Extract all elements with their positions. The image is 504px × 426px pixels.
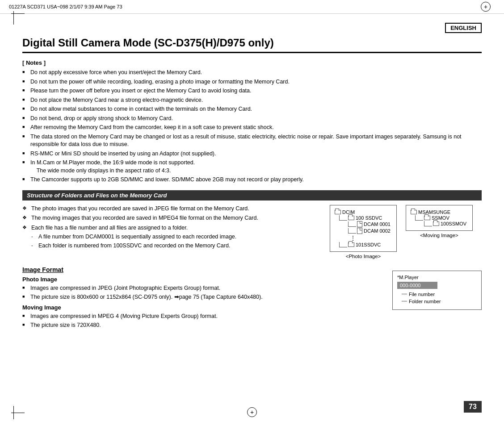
notes-header: [ Notes ] [22, 59, 482, 66]
tree-line-1 [339, 215, 347, 221]
folder-icon-ssmov [424, 216, 430, 220]
structure-item-3: Each file has a file number and all file… [22, 224, 321, 250]
mplayer-number: 000-0000 [397, 282, 437, 289]
folder-icon-100ssmov [433, 221, 439, 226]
tree-line-2 [339, 242, 347, 247]
photo-root: DCIM [335, 209, 392, 215]
image-format-left: Image Format Photo Image Images are comp… [22, 266, 383, 332]
page-number-badge: 73 [464, 401, 482, 413]
image-format-right: *M.Player 000-0000 File number Folder nu… [392, 266, 482, 332]
mplayer-box: *M.Player 000-0000 File number Folder nu… [392, 271, 482, 310]
mplayer-title: *M.Player [397, 275, 477, 280]
file-icon-dcam0001 [357, 221, 362, 227]
tree-line-m1 [415, 215, 423, 221]
mplayer-label-1: File number [409, 292, 435, 297]
sub-item-2: Each folder is numbered from 100SSDVC an… [31, 242, 321, 250]
photo-image-list: Images are compressed in JPEG (Joint Pho… [22, 284, 383, 301]
note-item-6: Do not bend, drop or apply strong shock … [22, 115, 482, 123]
moving-sub-children: 100SSMOV [424, 221, 468, 226]
moving-root: MSAMSUNGE [411, 209, 468, 215]
photo-sub-2: DCAM 0002 [348, 228, 392, 234]
moving-root-label: MSAMSUNGE [418, 209, 450, 215]
photo-diagram: DCIM 100 SSDVC [330, 205, 397, 252]
folder-icon-100ssdvc [348, 216, 354, 220]
dots-label: ⋮ [350, 234, 356, 242]
photo-child-2: 101SSDVC [339, 242, 392, 247]
moving-child-1-label: SSMOV [432, 215, 449, 221]
file-icon-dcam0002 [357, 228, 362, 234]
note-item-7: After removing the Memory Card from the … [22, 124, 482, 132]
photo-sub-1-label: DCAM 0001 [364, 221, 391, 227]
structure-right: DCIM 100 SSDVC [330, 205, 482, 259]
notes-list: Do not apply excessive force when you in… [22, 69, 482, 184]
page-container: 01227A SCD371 USA~098 2/1/07 9:39 AM Pag… [0, 0, 504, 426]
note-item-10: In M.Cam or M.Player mode, the 16:9 wide… [22, 159, 482, 175]
diagram-row: DCIM 100 SSDVC [330, 205, 482, 259]
mplayer-label-2-row: Folder number [402, 299, 477, 304]
mplayer-label-2: Folder number [409, 299, 441, 304]
mplayer-line-1 [402, 294, 407, 294]
moving-image-list: Images are compressed in MPEG 4 (Moving … [22, 313, 383, 330]
note-item-5: Do not allow metal substances to come in… [22, 105, 482, 113]
tree-line-sub-2 [348, 228, 356, 234]
registration-mark-top [481, 2, 491, 12]
moving-diagram: MSAMSUNGE SSMOV [406, 205, 473, 231]
top-bar: 01227A SCD371 USA~098 2/1/07 9:39 AM Pag… [0, 0, 504, 14]
moving-child-1: SSMOV [415, 215, 468, 221]
note-item-2: Do not turn the power off while recordin… [22, 78, 482, 86]
top-bar-text: 01227A SCD371 USA~098 2/1/07 9:39 AM Pag… [9, 4, 122, 9]
image-format-title: Image Format [22, 266, 383, 273]
note-item-8: The data stored on the Memory Card may b… [22, 133, 482, 149]
folder-icon-msamsung [411, 210, 417, 214]
photo-diagram-caption: <Photo Image> [330, 254, 397, 259]
moving-sub-1-label: 100SSMOV [441, 221, 466, 226]
photo-dots: ⋮ [348, 234, 392, 242]
corner-mark-bottom-center [247, 407, 257, 417]
structure-body: The photo images that you recorded are s… [22, 205, 482, 259]
moving-sub-1: 100SSMOV [424, 221, 468, 226]
photo-image-subtitle: Photo Image [22, 276, 383, 283]
english-badge: ENGLISH [445, 23, 482, 33]
content-area: ENGLISH Digital Still Camera Mode (SC-D3… [0, 14, 504, 341]
photo-bullet-2: The picture size is 800x600 or 1152x864 … [22, 293, 383, 301]
moving-diagram-caption: <Moving Image> [406, 233, 473, 238]
photo-sub-1: DCAM 0001 [348, 221, 392, 227]
moving-bullet-2: The picture size is 720X480. [22, 322, 383, 330]
mplayer-line-2 [402, 301, 407, 301]
folder-icon-dcim [335, 210, 341, 214]
tree-line-m-sub1 [424, 221, 432, 226]
photo-bullet-1: Images are compressed in JPEG (Joint Pho… [22, 284, 383, 292]
moving-children: SSMOV 100SSMOV [415, 215, 468, 226]
moving-diagram-wrapper: MSAMSUNGE SSMOV [406, 205, 473, 238]
note-item-3: Please turn the power off before you ins… [22, 87, 482, 95]
photo-child-1-label: 100 SSDVC [356, 215, 382, 221]
note-item-9: RS-MMC or Mini SD should be inserted by … [22, 150, 482, 158]
mplayer-label-1-row: File number [402, 292, 477, 297]
structure-header: Structure of Folders and Files on the Me… [22, 190, 482, 200]
note-item-11: The Camcorder supports up to 2GB SD/MMC … [22, 176, 482, 184]
moving-bullet-1: Images are compressed in MPEG 4 (Moving … [22, 313, 383, 321]
photo-children: 100 SSDVC DCAM 0001 [339, 215, 392, 247]
photo-child-1: 100 SSDVC [339, 215, 392, 221]
photo-sub-children: DCAM 0001 DCAM 0002 ⋮ [348, 221, 392, 242]
moving-image-subtitle: Moving Image [22, 304, 383, 311]
mplayer-labels: File number Folder number [402, 292, 477, 304]
structure-item-2: The moving images that you recorded are … [22, 214, 321, 222]
tree-line-sub-1 [348, 221, 356, 227]
note-item-4: Do not place the Memory Card near a stro… [22, 96, 482, 104]
page-title: Digital Still Camera Mode (SC-D375(H)/D9… [22, 37, 482, 53]
structure-list: The photo images that you recorded are s… [22, 205, 321, 250]
photo-sub-2-label: DCAM 0002 [364, 228, 391, 234]
sub-item-1: A file number from DCAM0001 is sequentia… [31, 233, 321, 241]
photo-diagram-wrapper: DCIM 100 SSDVC [330, 205, 397, 259]
photo-child-2-label: 101SSDVC [356, 242, 381, 247]
image-format-section: Image Format Photo Image Images are comp… [22, 266, 482, 332]
structure-left: The photo images that you recorded are s… [22, 205, 321, 259]
mplayer-title-text: *M.Player [397, 275, 419, 280]
folder-icon-101ssdvc [348, 242, 354, 247]
structure-item-1: The photo images that you recorded are s… [22, 205, 321, 213]
photo-root-label: DCIM [342, 209, 355, 215]
english-badge-row: ENGLISH [22, 23, 482, 33]
note-item-1: Do not apply excessive force when you in… [22, 69, 482, 77]
